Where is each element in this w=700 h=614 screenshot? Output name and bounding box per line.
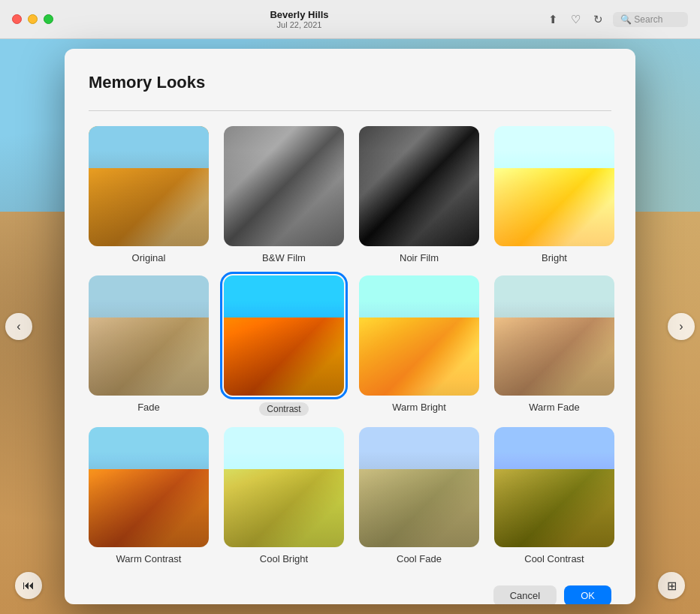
- look-photo-noir-film: [359, 126, 479, 246]
- look-photo-bright: [494, 126, 614, 246]
- minimize-button[interactable]: [28, 14, 38, 24]
- look-thumb-contrast: [224, 275, 344, 396]
- photo-people-overlay: [494, 150, 614, 246]
- look-photo-contrast: [224, 275, 344, 396]
- look-label-bw-film: B&W Film: [262, 252, 306, 263]
- look-item-noir-film[interactable]: Noir Film: [359, 126, 479, 263]
- look-thumb-fade: [89, 275, 209, 396]
- photo-people-overlay: [89, 451, 209, 547]
- look-thumb-warm-fade: [494, 275, 614, 396]
- look-item-cool-fade[interactable]: Cool Fade: [359, 427, 479, 564]
- look-label-original: Original: [132, 252, 166, 263]
- looks-grid: OriginalB&W FilmNoir FilmBrightFadeContr…: [89, 126, 611, 564]
- look-item-warm-contrast[interactable]: Warm Contrast: [89, 427, 209, 564]
- look-thumb-original: [89, 126, 209, 246]
- look-thumb-cool-fade: [359, 427, 479, 547]
- photo-people-overlay: [359, 299, 479, 396]
- ok-button[interactable]: OK: [564, 585, 611, 604]
- photo-people-overlay: [224, 451, 344, 547]
- look-item-contrast[interactable]: Contrast: [224, 275, 344, 415]
- look-photo-original: [89, 126, 209, 246]
- look-photo-bw-film: [224, 126, 344, 246]
- look-photo-fade: [89, 275, 209, 396]
- dialog-title: Memory Looks: [89, 73, 611, 92]
- share-icon[interactable]: ⬆: [545, 12, 560, 27]
- look-label-bright: Bright: [542, 252, 567, 263]
- look-label-cool-bright: Cool Bright: [260, 553, 308, 564]
- window-chrome: Beverly Hills Jul 22, 2021 ⬆ ♡ ↻ 🔍 Searc…: [0, 0, 700, 39]
- photo-people-overlay: [89, 150, 209, 246]
- look-photo-cool-bright: [224, 427, 344, 547]
- look-photo-cool-fade: [359, 427, 479, 547]
- heart-icon[interactable]: ♡: [568, 12, 583, 27]
- dialog-footer: Cancel OK: [89, 582, 611, 604]
- look-label-fade: Fade: [137, 402, 160, 413]
- photo-people-overlay: [494, 451, 614, 547]
- look-label-noir-film: Noir Film: [400, 252, 439, 263]
- look-thumb-bright: [494, 126, 614, 246]
- photo-people-overlay: [494, 299, 614, 396]
- photo-people-overlay: [359, 150, 479, 246]
- look-label-cool-fade: Cool Fade: [397, 553, 442, 564]
- look-item-warm-bright[interactable]: Warm Bright: [359, 275, 479, 415]
- window-subtitle: Jul 22, 2021: [53, 20, 545, 29]
- photo-people-overlay: [224, 299, 344, 396]
- look-item-bright[interactable]: Bright: [494, 126, 614, 263]
- traffic-lights: [12, 14, 53, 24]
- look-item-bw-film[interactable]: B&W Film: [224, 126, 344, 263]
- look-label-cool-contrast: Cool Contrast: [524, 553, 584, 564]
- look-item-fade[interactable]: Fade: [89, 275, 209, 415]
- look-label-pill-contrast: Contrast: [259, 402, 308, 416]
- look-thumb-cool-bright: [224, 427, 344, 547]
- look-label-warm-fade: Warm Fade: [529, 402, 579, 413]
- memory-looks-dialog: Memory Looks OriginalB&W FilmNoir FilmBr…: [65, 49, 635, 604]
- look-item-cool-bright[interactable]: Cool Bright: [224, 427, 344, 564]
- look-photo-warm-contrast: [89, 427, 209, 547]
- window-title-area: Beverly Hills Jul 22, 2021: [53, 9, 545, 29]
- close-button[interactable]: [12, 14, 22, 24]
- window-title: Beverly Hills: [53, 9, 545, 20]
- look-photo-cool-contrast: [494, 427, 614, 547]
- look-item-original[interactable]: Original: [89, 126, 209, 263]
- look-photo-warm-bright: [359, 275, 479, 396]
- look-label-warm-bright: Warm Bright: [392, 402, 446, 413]
- photo-people-overlay: [359, 451, 479, 547]
- look-item-cool-contrast[interactable]: Cool Contrast: [494, 427, 614, 564]
- maximize-button[interactable]: [44, 14, 53, 24]
- rotate-icon[interactable]: ↻: [590, 12, 605, 27]
- look-photo-warm-fade: [494, 275, 614, 396]
- dialog-overlay: Memory Looks OriginalB&W FilmNoir FilmBr…: [0, 39, 700, 614]
- search-bar[interactable]: 🔍 Search: [613, 12, 688, 27]
- cancel-button[interactable]: Cancel: [493, 585, 557, 604]
- divider: [89, 110, 611, 111]
- photo-people-overlay: [89, 299, 209, 396]
- photo-people-overlay: [224, 150, 344, 246]
- look-thumb-warm-bright: [359, 275, 479, 396]
- chrome-toolbar: ⬆ ♡ ↻ 🔍 Search: [545, 12, 688, 27]
- look-thumb-bw-film: [224, 126, 344, 246]
- look-item-warm-fade[interactable]: Warm Fade: [494, 275, 614, 415]
- look-thumb-warm-contrast: [89, 427, 209, 547]
- look-thumb-noir-film: [359, 126, 479, 246]
- look-label-contrast: Contrast: [259, 402, 308, 415]
- look-thumb-cool-contrast: [494, 427, 614, 547]
- look-label-warm-contrast: Warm Contrast: [116, 553, 182, 564]
